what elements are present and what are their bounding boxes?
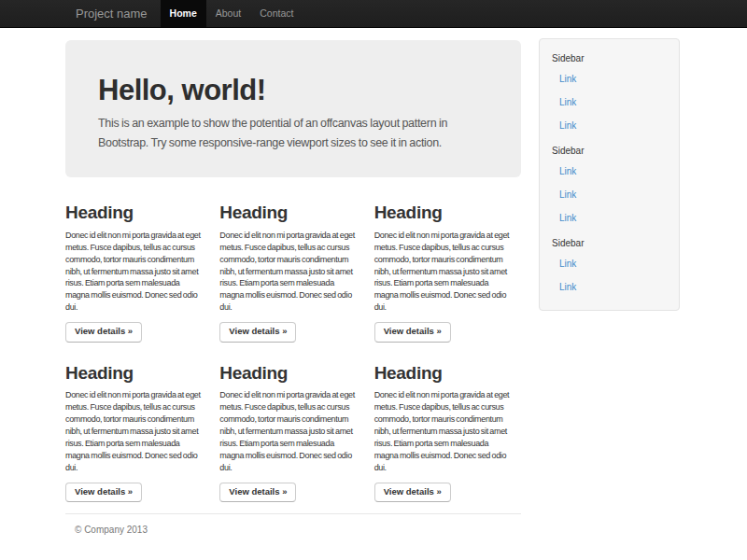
card-body-text: Donec id elit non mi porta gravida at eg… [219, 230, 366, 314]
content-layout: Hello, world! This is an example to show… [65, 40, 682, 535]
nav-link-about[interactable]: About [206, 0, 250, 27]
sidebar-link[interactable]: Link [540, 160, 679, 183]
card-4: Heading Donec id elit non mi porta gravi… [65, 363, 212, 503]
sidebar-link[interactable]: Link [540, 67, 679, 91]
jumbotron: Hello, world! This is an example to show… [65, 40, 521, 177]
view-details-button[interactable]: View details » [374, 483, 451, 502]
navbar-inner: Project name Home About Contact [65, 0, 682, 27]
sidebar-link[interactable]: Link [540, 114, 679, 137]
card-3: Heading Donec id elit non mi porta gravi… [374, 203, 521, 343]
card-6: Heading Donec id elit non mi porta gravi… [374, 363, 521, 503]
nav-link-home[interactable]: Home [161, 0, 206, 27]
view-details-button[interactable]: View details » [65, 322, 142, 342]
card-heading: Heading [374, 363, 521, 384]
jumbotron-text: This is an example to show the potential… [98, 114, 488, 153]
sidebar-link[interactable]: Link [540, 252, 679, 275]
card-5: Heading Donec id elit non mi porta gravi… [219, 363, 366, 503]
card-heading: Heading [374, 203, 521, 223]
sidebar-link[interactable]: Link [540, 206, 679, 230]
view-details-button[interactable]: View details » [374, 322, 451, 342]
sidebar-group-header: Sidebar [540, 137, 679, 160]
sidebar-group-3: Sidebar Link Link [540, 230, 679, 299]
sidebar-link[interactable]: Link [540, 183, 679, 206]
main-column: Hello, world! This is an example to show… [65, 40, 521, 535]
cards-row-1: Heading Donec id elit non mi porta gravi… [65, 203, 521, 343]
card-heading: Heading [219, 203, 366, 223]
nav-link-contact[interactable]: Contact [250, 0, 303, 27]
navbar: Project name Home About Contact [0, 0, 747, 28]
sidebar-group-1: Sidebar Link Link Link [540, 45, 679, 137]
brand-link[interactable]: Project name [65, 0, 161, 27]
cards-row-2: Heading Donec id elit non mi porta gravi… [65, 363, 521, 503]
nav-item-contact: Contact [250, 0, 303, 27]
card-heading: Heading [65, 363, 212, 384]
card-heading: Heading [219, 363, 366, 384]
page-container: Hello, world! This is an example to show… [65, 40, 682, 535]
card-body-text: Donec id elit non mi porta gravida at eg… [374, 230, 521, 314]
nav-item-about: About [206, 0, 250, 27]
sidebar-link[interactable]: Link [540, 91, 679, 114]
footer-divider [65, 513, 521, 514]
sidebar-group-2: Sidebar Link Link Link [540, 137, 679, 230]
navbar-menu: Home About Contact [161, 0, 303, 27]
page-title: Hello, world! [98, 76, 488, 105]
sidebar-column: Sidebar Link Link Link Sidebar Link Link… [539, 38, 680, 311]
footer: © Company 2013 [65, 513, 521, 535]
card-body-text: Donec id elit non mi porta gravida at eg… [374, 389, 521, 473]
view-details-button[interactable]: View details » [219, 322, 296, 342]
view-details-button[interactable]: View details » [219, 483, 296, 502]
card-body-text: Donec id elit non mi porta gravida at eg… [219, 389, 366, 473]
view-details-button[interactable]: View details » [65, 483, 142, 502]
copyright-text: © Company 2013 [75, 525, 521, 535]
card-1: Heading Donec id elit non mi porta gravi… [65, 203, 212, 343]
card-heading: Heading [65, 203, 212, 223]
sidebar-group-header: Sidebar [540, 230, 679, 252]
sidebar-link[interactable]: Link [540, 275, 679, 299]
card-body-text: Donec id elit non mi porta gravida at eg… [65, 230, 212, 314]
nav-item-home: Home [161, 0, 206, 27]
card-body-text: Donec id elit non mi porta gravida at eg… [65, 389, 212, 473]
card-2: Heading Donec id elit non mi porta gravi… [219, 203, 366, 343]
sidebar-group-header: Sidebar [540, 45, 679, 67]
sidebar-well: Sidebar Link Link Link Sidebar Link Link… [539, 38, 680, 311]
